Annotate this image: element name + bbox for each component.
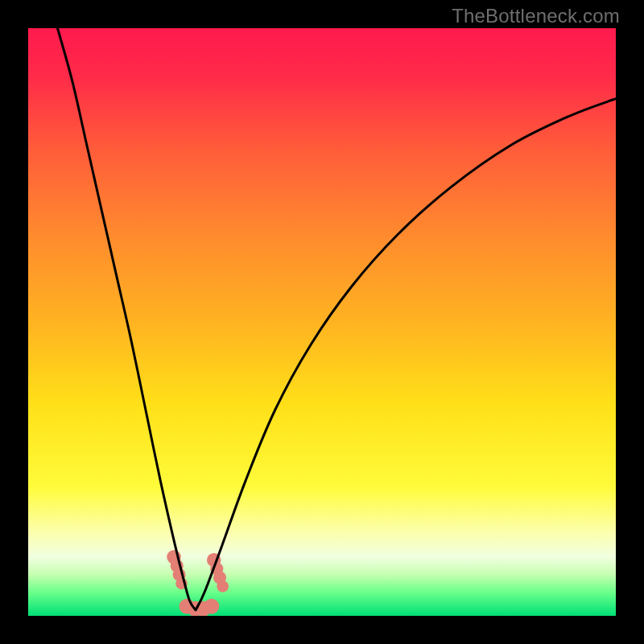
curve-layer <box>28 28 616 616</box>
chart-frame: TheBottleneck.com <box>0 0 644 644</box>
curve-right-branch <box>196 99 616 610</box>
marker-blob <box>204 599 219 614</box>
plot-area <box>28 28 616 616</box>
watermark-text: TheBottleneck.com <box>452 5 620 27</box>
marker-blob <box>217 580 229 592</box>
curve-left-branch <box>58 28 196 610</box>
